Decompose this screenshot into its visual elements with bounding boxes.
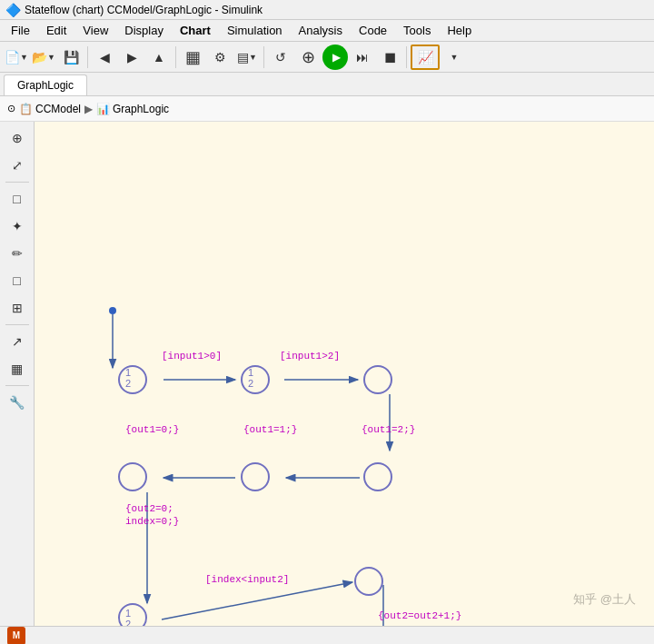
box-tool[interactable]: □ <box>4 268 31 293</box>
svg-line-8 <box>162 582 352 619</box>
chart-dropdown[interactable]: ▼ <box>441 45 467 70</box>
sep2 <box>175 46 176 68</box>
toolbar: 📄▼ 📂▼ 💾 ◀ ▶ ▲ ▦ ⚙ ▤▼ ↺ ⊕ ▶ ⏭ ◼ <box>0 42 654 73</box>
s7-num1: 1 <box>125 608 131 619</box>
new-icon: 📄 <box>5 50 20 64</box>
state-s7[interactable] <box>118 603 147 626</box>
tab-graphlogic[interactable]: GraphLogic <box>4 74 87 95</box>
menu-tools[interactable]: Tools <box>396 22 438 39</box>
state-s6[interactable] <box>363 462 392 491</box>
watermark: 知乎 @土人 <box>573 591 636 608</box>
diagram-canvas[interactable]: 1 2 1 2 1 2 [input1>0] [input1>2] {out1=… <box>35 122 654 626</box>
bc-item-graphlogic[interactable]: 📊 GraphLogic <box>96 103 169 115</box>
arrow-icon: ↗ <box>12 334 23 349</box>
matlab-logo-text: M <box>13 630 20 640</box>
label-index-0: index=0;} <box>125 516 179 527</box>
menu-simulation[interactable]: Simulation <box>220 22 290 39</box>
state-s3[interactable] <box>363 365 392 394</box>
state-tool[interactable]: ✦ <box>4 213 31 239</box>
bc-arrow: ▶ <box>84 103 93 115</box>
chart-dropdown-arrow: ▼ <box>451 53 459 62</box>
sidebar-sep2 <box>5 324 29 325</box>
label-out2-incr: {out2=out2+1;} <box>378 610 461 621</box>
zoom-fit-icon: ⤢ <box>12 158 23 173</box>
state-s4[interactable] <box>118 462 147 491</box>
blocks-button[interactable]: ▦ <box>180 45 205 70</box>
label-index-lt-input2: [index<input2] <box>205 574 289 585</box>
breadcrumb: ⊙ 📋 CCModel ▶ 📊 GraphLogic <box>0 96 654 122</box>
connect-button[interactable]: ⊕ <box>295 45 321 70</box>
menu-bar: File Edit View Display Chart Simulation … <box>0 20 654 42</box>
status-bar: M <box>0 626 654 644</box>
save-icon: 💾 <box>64 50 79 64</box>
open-icon: 📂 <box>32 50 47 64</box>
rect-tool[interactable]: □ <box>4 186 31 212</box>
step-button[interactable]: ⏭ <box>350 45 375 70</box>
state-s2[interactable] <box>241 365 270 394</box>
open-button[interactable]: 📂▼ <box>31 45 56 70</box>
stop-button[interactable]: ◼ <box>377 45 402 70</box>
connect-icon: ⊕ <box>302 47 315 67</box>
state-s5[interactable] <box>241 462 270 491</box>
record-button[interactable]: 📈 <box>411 45 440 70</box>
label-input1-gt-0: [input1>0] <box>162 351 222 362</box>
ccmodel-icon: 📋 <box>19 103 33 115</box>
table-tool[interactable]: ▦ <box>4 356 31 381</box>
arrow-tool[interactable]: ↗ <box>4 329 31 354</box>
pencil-tool[interactable]: ✏ <box>4 241 31 266</box>
s2-num2: 2 <box>248 378 253 389</box>
s7-num2: 2 <box>125 619 131 626</box>
new-dropdown-arrow: ▼ <box>20 53 28 62</box>
sep4 <box>406 46 407 68</box>
pointer-tool[interactable]: ⊕ <box>4 125 31 151</box>
zoom-fit-tool[interactable]: ⤢ <box>4 153 31 178</box>
box-icon: □ <box>13 273 20 288</box>
settings-button[interactable]: ⚙ <box>207 45 233 70</box>
menu-code[interactable]: Code <box>352 22 394 39</box>
title-bar: 🔷 Stateflow (chart) CCModel/GraphLogic -… <box>0 0 654 20</box>
initial-dot <box>109 307 116 314</box>
label-out1-0: {out1=0;} <box>125 424 179 435</box>
menu-help[interactable]: Help <box>440 22 479 39</box>
magnet-tool[interactable]: 🔧 <box>4 390 31 415</box>
back-button[interactable]: ◀ <box>92 45 117 70</box>
list-button[interactable]: ▤▼ <box>234 45 260 70</box>
sidebar-sep3 <box>5 385 29 386</box>
menu-view[interactable]: View <box>75 22 115 39</box>
main-content: ⊕ ⤢ □ ✦ ✏ □ ⊞ ↗ ▦ 🔧 <box>0 122 654 626</box>
forward-icon: ▶ <box>127 50 137 64</box>
save-button[interactable]: 💾 <box>58 45 84 70</box>
chart-icon: 📈 <box>418 50 433 64</box>
sidebar-sep1 <box>5 182 29 183</box>
breadcrumb-home-icon: ⊙ <box>7 103 15 114</box>
sep3 <box>263 46 264 68</box>
pointer-icon: ⊕ <box>12 131 23 145</box>
settings-icon: ⚙ <box>214 50 226 64</box>
tab-bar: GraphLogic <box>0 73 654 96</box>
state-s1[interactable] <box>118 365 147 394</box>
up-icon: ▲ <box>153 50 165 64</box>
list-dropdown-arrow: ▼ <box>249 53 257 62</box>
menu-analysis[interactable]: Analysis <box>292 22 350 39</box>
bc-item-ccmodel[interactable]: 📋 CCModel <box>19 103 81 115</box>
s2-num1: 1 <box>248 367 253 378</box>
label-input1-gt-2: [input1>2] <box>280 351 340 362</box>
menu-chart[interactable]: Chart <box>173 22 218 39</box>
menu-file[interactable]: File <box>4 22 37 39</box>
menu-edit[interactable]: Edit <box>39 22 74 39</box>
state-s8[interactable] <box>354 567 383 596</box>
label-out1-1: {out1=1;} <box>243 424 297 435</box>
back-icon: ◀ <box>100 50 110 64</box>
photo-tool[interactable]: ⊞ <box>4 295 31 321</box>
app-icon: 🔷 <box>5 3 21 17</box>
new-button[interactable]: 📄▼ <box>4 45 29 70</box>
magnet-icon: 🔧 <box>9 395 25 410</box>
sep1 <box>87 46 88 68</box>
up-button[interactable]: ▲ <box>146 45 172 70</box>
menu-display[interactable]: Display <box>117 22 171 39</box>
play-button[interactable]: ▶ <box>322 45 348 70</box>
state-icon: ✦ <box>12 219 23 233</box>
refresh-button[interactable]: ↺ <box>268 45 293 70</box>
photo-icon: ⊞ <box>12 301 23 315</box>
forward-button[interactable]: ▶ <box>119 45 144 70</box>
